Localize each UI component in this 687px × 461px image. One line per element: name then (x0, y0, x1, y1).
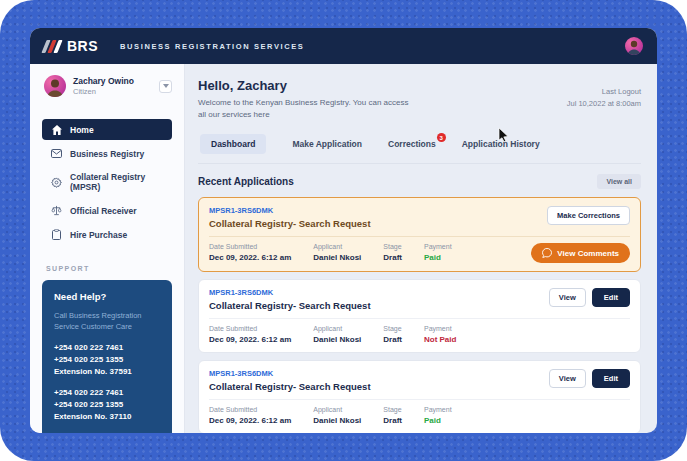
stage-value: Draft (383, 416, 402, 425)
sidebar-item-label: Home (70, 125, 94, 135)
brs-flag-icon (44, 40, 60, 53)
sidebar-item-label: Hire Purchase (70, 230, 127, 240)
view-button[interactable]: View (549, 369, 586, 388)
help-phone: +254 020 225 1355 (54, 354, 160, 366)
tab-corrections[interactable]: Corrections 3 (388, 134, 436, 154)
application-name: Collateral Registry- Search Request (209, 218, 371, 229)
header-text: Hello, Zachary Welcome to the Kenyan Bus… (198, 78, 413, 121)
support-section-label: SUPPORT (30, 245, 184, 280)
sidebar-item-official-receiver[interactable]: Official Receiver (42, 200, 172, 221)
edit-button[interactable]: Edit (592, 369, 630, 388)
field-label: Payment (424, 243, 452, 250)
help-email-label: Email address (54, 432, 160, 433)
app-window: BRS BUSINESS REGISTRATION SERVICES (30, 28, 657, 433)
page-title: Hello, Zachary (198, 78, 413, 93)
applicant-name: Daniel Nkosi (313, 335, 361, 344)
recent-view-all-button[interactable]: View all (597, 174, 641, 189)
help-card: Need Help? Call Business Registration Se… (42, 280, 172, 433)
stage-value: Draft (383, 335, 402, 344)
date-submitted: Dec 09, 2022. 6:12 am (209, 335, 291, 344)
profile-text: Zachary Owino Citizen (73, 76, 134, 95)
person-icon (44, 75, 66, 97)
brs-logo-text: BRS (67, 38, 98, 54)
tab-dashboard[interactable]: Dashboard (200, 134, 266, 154)
field-label: Applicant (313, 243, 361, 250)
sidebar: Zachary Owino Citizen Home (30, 64, 185, 433)
edit-button[interactable]: Edit (592, 288, 630, 307)
profile-menu-button[interactable] (159, 80, 172, 93)
clipboard-icon (51, 229, 62, 240)
application-card: MPSR1-3RS6DMK Collateral Registry- Searc… (198, 197, 641, 272)
help-extension: Extension No. 37110 (54, 411, 160, 423)
field-label: Date Submitted (209, 325, 291, 332)
application-name: Collateral Registry- Search Request (209, 300, 371, 311)
profile-card: Zachary Owino Citizen (30, 64, 184, 107)
chat-bubble-icon (542, 248, 552, 258)
notification-badge: 3 (437, 133, 446, 142)
divider (209, 318, 630, 319)
home-icon (51, 124, 62, 135)
application-ref-link[interactable]: MPSR1-3RS6DMK (209, 288, 371, 297)
screenshot-stage: BRS BUSINESS REGISTRATION SERVICES (0, 0, 687, 461)
tab-corrections-label: Corrections (388, 139, 436, 149)
field-label: Applicant (313, 406, 361, 413)
application-ref-link[interactable]: MPSR1-3RS6DMK (209, 369, 371, 378)
brs-logo[interactable]: BRS (44, 38, 98, 54)
help-phone: +254 020 225 1355 (54, 399, 160, 411)
envelope-icon (51, 148, 62, 159)
scales-icon (51, 205, 62, 216)
view-button[interactable]: View (549, 288, 586, 307)
payment-status: Not Paid (424, 335, 456, 344)
field-label: Applicant (313, 325, 361, 332)
last-logout-value: Jul 10,2022 at 8:00am (567, 98, 641, 110)
application-name: Collateral Registry- Search Request (209, 381, 371, 392)
field-label: Stage (383, 406, 402, 413)
tab-make-application[interactable]: Make Application (292, 134, 362, 154)
field-label: Date Submitted (209, 243, 291, 250)
field-label: Payment (424, 325, 456, 332)
main-content: Hello, Zachary Welcome to the Kenyan Bus… (185, 64, 657, 433)
profile-role: Citizen (73, 87, 134, 96)
sidebar-nav: Home Business Registry Collateral Regist… (30, 119, 184, 245)
divider (209, 399, 630, 400)
field-label: Stage (383, 325, 402, 332)
applicant-name: Daniel Nkosi (313, 416, 361, 425)
view-comments-label: View Comments (557, 249, 619, 258)
recent-applications-title: Recent Applications (198, 176, 294, 187)
sidebar-item-collateral-registry[interactable]: Collateral Registry (MPSR) (42, 167, 172, 197)
make-corrections-button[interactable]: Make Corrections (547, 206, 630, 225)
top-bar: BRS BUSINESS REGISTRATION SERVICES (30, 28, 657, 64)
help-phone: +254 020 222 7461 (54, 387, 160, 399)
date-submitted: Dec 09, 2022. 6:12 am (209, 416, 291, 425)
stage-value: Draft (383, 253, 402, 262)
tab-bar: Dashboard Make Application Corrections 3… (198, 134, 641, 154)
divider (209, 236, 630, 237)
help-title: Need Help? (54, 291, 160, 302)
topbar-avatar[interactable] (625, 37, 643, 55)
help-subtitle: Call Business Registration Service Custo… (54, 311, 160, 333)
person-icon (625, 37, 643, 55)
applicant-name: Daniel Nkosi (313, 253, 361, 262)
payment-status: Paid (424, 416, 452, 425)
payment-status: Paid (424, 253, 452, 262)
sidebar-item-business-registry[interactable]: Business Registry (42, 143, 172, 164)
sidebar-item-label: Official Receiver (70, 206, 137, 216)
view-comments-button[interactable]: View Comments (531, 243, 630, 263)
field-label: Stage (383, 243, 402, 250)
mouse-cursor (498, 128, 509, 142)
help-phone: +254 020 222 7461 (54, 342, 160, 354)
application-ref-link[interactable]: MPSR1-3RS6DMK (209, 206, 371, 215)
sidebar-item-label: Collateral Registry (MPSR) (70, 172, 163, 192)
sidebar-item-home[interactable]: Home (42, 119, 172, 140)
field-label: Date Submitted (209, 406, 291, 413)
last-logout: Last Logout Jul 10,2022 at 8:00am (567, 78, 641, 110)
help-extension: Extension No. 37591 (54, 366, 160, 378)
app-title: BUSINESS REGISTRATION SERVICES (120, 42, 304, 51)
last-logout-label: Last Logout (567, 86, 641, 98)
field-label: Payment (424, 406, 452, 413)
gear-icon (51, 177, 62, 188)
chevron-down-icon (163, 84, 169, 88)
divider (198, 163, 641, 164)
application-card: MPSR1-3RS6DMK Collateral Registry- Searc… (198, 360, 641, 433)
sidebar-item-hire-purchase[interactable]: Hire Purchase (42, 224, 172, 245)
